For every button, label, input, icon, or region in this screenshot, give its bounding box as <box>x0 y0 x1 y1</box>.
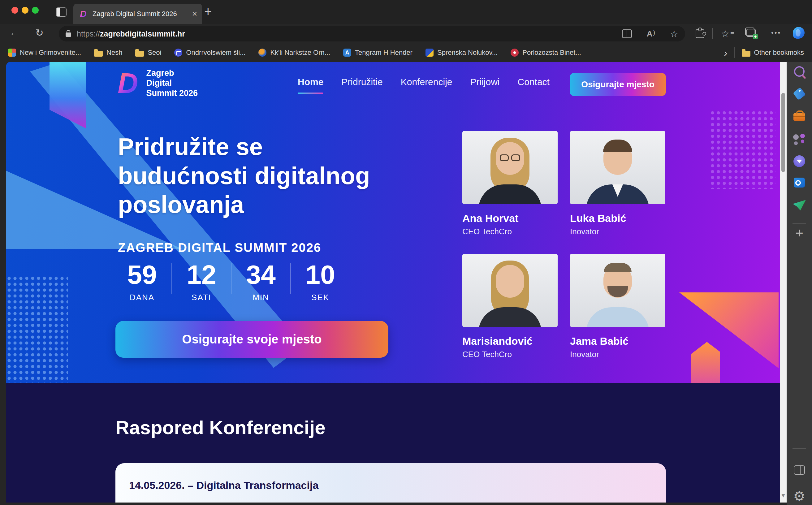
folder-icon <box>94 51 103 57</box>
bookmark-item[interactable]: Sprenska Nolukov... <box>426 48 498 57</box>
bookmark-item[interactable]: Kk'li Narkstze Orn... <box>259 48 330 57</box>
hero-title: Pridružite se budućnosti digitalnog posl… <box>118 133 370 219</box>
bookmark-label: New i Grimovenite... <box>20 48 81 57</box>
decor-top-ribbon <box>49 62 86 128</box>
browser-tab[interactable]: D Zagreb Digital Summit 2026 × <box>73 4 202 24</box>
logo-line: Digital <box>146 78 198 88</box>
url-scheme: https:// <box>77 29 100 38</box>
traffic-light-zoom[interactable] <box>32 7 39 14</box>
nav-priijowi[interactable]: Priijowi <box>470 77 500 87</box>
bookmark-sphere-favicon <box>259 48 267 57</box>
speaker-name: Jama Babić <box>570 335 665 347</box>
sidebar-panel-icon[interactable] <box>794 465 805 475</box>
more-menu-icon[interactable]: ••• <box>771 29 781 37</box>
split-screen-icon[interactable] <box>622 29 632 38</box>
site-logo[interactable]: D Zagreb Digital Summit 2026 <box>118 68 198 98</box>
countdown: 59 DANA 12 SATI 34 MIN 10 <box>118 261 344 302</box>
scrollbar-down-arrow[interactable]: ▾ <box>781 491 785 499</box>
hero-title-line: Pridružite se <box>118 133 370 162</box>
traffic-light-minimize[interactable] <box>22 7 28 14</box>
speaker-photo <box>570 254 665 327</box>
collections-plus-badge: + <box>753 34 758 39</box>
folder-icon <box>742 51 751 57</box>
nav-home[interactable]: Home <box>298 77 323 87</box>
schedule-section: Raspored Konferencije 14.05.2026. – Digi… <box>6 383 780 503</box>
bookmark-label: Seoi <box>148 48 161 57</box>
new-tab-button[interactable]: + <box>204 4 212 19</box>
bookmark-grid-favicon <box>8 48 16 57</box>
bookmark-item[interactable]: Ondrrvolswiem śli... <box>174 48 246 57</box>
sidebar-people-icon[interactable] <box>793 134 806 145</box>
nav-contact[interactable]: Contact <box>518 77 549 87</box>
hero-section: D Zagreb Digital Summit 2026 Home Pridru… <box>6 62 780 383</box>
web-page: D Zagreb Digital Summit 2026 Home Pridru… <box>6 62 780 503</box>
bookmark-red-favicon <box>511 48 519 57</box>
scrollbar-thumb[interactable] <box>781 93 785 172</box>
avatar-glasses <box>500 154 520 161</box>
sidebar-add-icon[interactable]: + <box>795 225 803 241</box>
countdown-label: MIN <box>237 293 285 302</box>
back-button[interactable]: ← <box>9 26 20 38</box>
edge-sidebar: + ⚙ <box>787 62 812 505</box>
sidebar-send-icon[interactable] <box>793 200 806 210</box>
countdown-days: 59 DANA <box>118 261 166 302</box>
hero-title-line: poslovanja <box>118 190 370 219</box>
sidebar-shopping-icon[interactable] <box>793 87 806 100</box>
countdown-hours: 12 SATI <box>177 261 225 302</box>
page-scrollbar[interactable]: ▾ <box>780 62 787 503</box>
bookmarks-overflow-icon[interactable]: › <box>724 47 727 59</box>
traffic-light-close[interactable] <box>11 7 18 14</box>
sidebar-outlook-icon[interactable] <box>794 178 805 187</box>
extensions-icon[interactable] <box>696 29 704 38</box>
sidebar-drop-icon[interactable] <box>793 155 805 167</box>
header-cta-button[interactable]: Osigurajte mjesto <box>570 73 666 96</box>
logo-line: Summit 2026 <box>146 88 198 98</box>
countdown-label: DANA <box>118 293 166 302</box>
bookmark-item[interactable]: A Tengram H Hender <box>343 48 413 57</box>
speakers-grid: Ana Horvat CEO TechCro Luka Babić Inovat… <box>462 131 665 359</box>
bookmark-item[interactable]: Porlozozsta Binet... <box>511 48 581 57</box>
bookmark-a-favicon: A <box>343 48 351 57</box>
avatar-body <box>586 307 649 327</box>
read-aloud-icon[interactable]: A <box>647 29 655 39</box>
browser-window: D Zagreb Digital Summit 2026 × + ← ↻ htt… <box>0 0 812 505</box>
address-bar[interactable]: https:// zagrebdigitalsummit.hr A ☆ <box>59 26 685 41</box>
countdown-divider <box>231 263 231 294</box>
favorites-list-icon[interactable]: ☆ <box>721 28 734 39</box>
refresh-button[interactable]: ↻ <box>35 27 44 39</box>
nav-pridruzitie[interactable]: Pridružitie <box>341 77 382 87</box>
folder-icon <box>135 51 144 57</box>
bookmark-item[interactable]: New i Grimovenite... <box>8 48 81 57</box>
sidebar-settings-icon[interactable]: ⚙ <box>793 488 805 504</box>
tab-close-icon[interactable]: × <box>192 10 197 18</box>
bookmark-folder[interactable]: Nesh <box>94 48 122 57</box>
bookmark-label: Tengram H Hender <box>355 48 413 57</box>
speaker-name: Luka Babić <box>570 212 665 224</box>
lock-icon[interactable] <box>65 32 71 37</box>
hero-cta-button[interactable]: Osigurajte svoje mjesto <box>116 321 388 358</box>
sidebar-search-icon[interactable] <box>794 66 805 77</box>
copilot-icon[interactable] <box>793 27 805 39</box>
schedule-item-text: 14.05.2026. – Digitalna Transformacija <box>129 479 318 491</box>
toolbar: ← ↻ https:// zagrebdigitalsummit.hr A ☆ … <box>0 24 812 43</box>
schedule-card[interactable]: 14.05.2026. – Digitalna Transformacija <box>116 463 666 503</box>
bookmarks-bar: New i Grimovenite... Nesh Seoi Ondrrvols… <box>0 43 812 62</box>
other-bookmarks-label: Other bookmoks <box>754 48 804 57</box>
nav-konferencije[interactable]: Konferencije <box>401 77 452 87</box>
sidebar-tools-icon[interactable] <box>793 113 805 121</box>
collections-icon[interactable]: + <box>747 29 756 37</box>
other-bookmarks-button[interactable]: Other bookmoks <box>742 48 804 57</box>
decor-dots-right <box>709 110 776 189</box>
bookmark-folder[interactable]: Seoi <box>135 48 161 57</box>
speaker-role: Inovator <box>570 350 665 359</box>
countdown-value: 10 <box>296 261 344 288</box>
speaker-photo <box>462 131 557 204</box>
speaker-photo <box>570 131 665 204</box>
favorite-star-icon[interactable]: ☆ <box>670 28 678 39</box>
speaker-role: CEO TechCro <box>462 350 557 359</box>
browser-body: D Zagreb Digital Summit 2026 Home Pridru… <box>0 62 812 505</box>
tab-overview-icon[interactable] <box>56 7 66 17</box>
countdown-minutes: 34 MIN <box>237 261 285 302</box>
speaker-name: Ana Horvat <box>462 212 557 224</box>
avatar-head <box>496 265 524 298</box>
